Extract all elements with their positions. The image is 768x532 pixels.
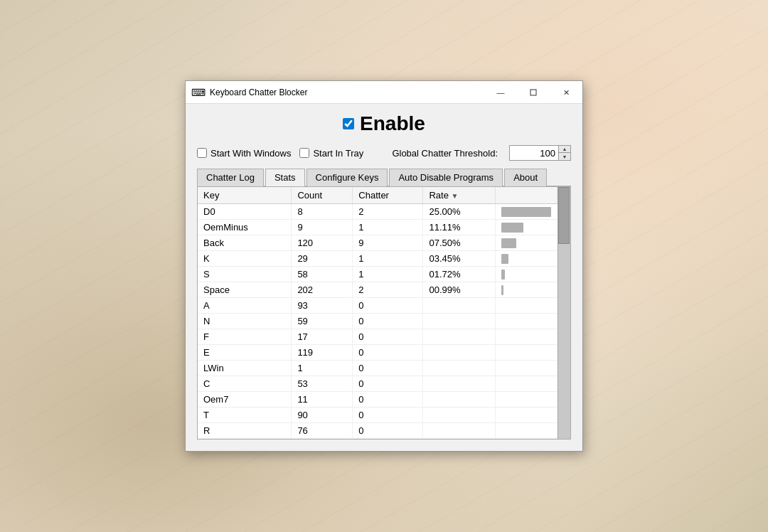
cell-rate bbox=[423, 329, 496, 345]
cell-chatter: 0 bbox=[353, 298, 423, 314]
cell-count: 8 bbox=[292, 204, 353, 220]
col-header-bar bbox=[496, 187, 558, 204]
cell-rate: 00.99% bbox=[423, 282, 496, 298]
maximize-button[interactable] bbox=[517, 81, 550, 104]
cell-bar bbox=[496, 204, 558, 220]
cell-rate bbox=[423, 314, 496, 329]
cell-bar bbox=[496, 329, 558, 345]
threshold-spinner: ▲ ▼ bbox=[559, 145, 571, 161]
cell-bar bbox=[496, 392, 558, 408]
table-header-row: Key Count Chatter Rate ▼ bbox=[198, 187, 558, 204]
threshold-decrement-button[interactable]: ▼ bbox=[559, 153, 570, 160]
threshold-increment-button[interactable]: ▲ bbox=[559, 146, 570, 153]
cell-count: 59 bbox=[292, 314, 353, 329]
cell-key: D0 bbox=[198, 204, 292, 220]
cell-rate: 01.72% bbox=[423, 267, 496, 282]
cell-rate: 03.45% bbox=[423, 251, 496, 267]
minimize-button[interactable]: — bbox=[484, 81, 517, 104]
tab-chatter-log[interactable]: Chatter Log bbox=[197, 169, 264, 186]
table-row: S58101.72% bbox=[198, 267, 558, 282]
threshold-input[interactable] bbox=[509, 145, 559, 161]
tab-about[interactable]: About bbox=[504, 169, 547, 186]
cell-key: T bbox=[198, 408, 292, 423]
cell-count: 90 bbox=[292, 408, 353, 423]
start-in-tray-checkbox[interactable] bbox=[299, 148, 309, 158]
scrollbar-track[interactable] bbox=[558, 187, 570, 439]
cell-chatter: 0 bbox=[353, 408, 423, 423]
stats-table-container: Key Count Chatter Rate ▼ D08225.00%OemMi… bbox=[197, 186, 571, 440]
tab-stats[interactable]: Stats bbox=[265, 169, 305, 186]
cell-key: Oem7 bbox=[198, 392, 292, 408]
cell-count: 1 bbox=[292, 361, 353, 376]
cell-chatter: 0 bbox=[353, 376, 423, 392]
cell-count: 29 bbox=[292, 251, 353, 267]
cell-key: N bbox=[198, 314, 292, 329]
table-row: OemMinus9111.11% bbox=[198, 220, 558, 235]
cell-key: C bbox=[198, 376, 292, 392]
cell-chatter: 2 bbox=[353, 282, 423, 298]
cell-key: E bbox=[198, 345, 292, 361]
scrollbar-thumb[interactable] bbox=[558, 187, 570, 244]
cell-key: OemMinus bbox=[198, 220, 292, 235]
table-row: R760 bbox=[198, 423, 558, 439]
cell-key: A bbox=[198, 298, 292, 314]
col-header-rate[interactable]: Rate ▼ bbox=[423, 187, 496, 204]
start-with-windows-label: Start With Windows bbox=[210, 148, 291, 159]
cell-chatter: 0 bbox=[353, 361, 423, 376]
cell-count: 202 bbox=[292, 282, 353, 298]
table-row: K29103.45% bbox=[198, 251, 558, 267]
col-header-count[interactable]: Count bbox=[292, 187, 353, 204]
app-window: ⌨ Keyboard Chatter Blocker — ✕ Enable St… bbox=[185, 80, 583, 452]
cell-key: Space bbox=[198, 282, 292, 298]
cell-bar bbox=[496, 376, 558, 392]
cell-key: K bbox=[198, 251, 292, 267]
cell-count: 9 bbox=[292, 220, 353, 235]
svg-rect-0 bbox=[530, 90, 536, 95]
table-inner[interactable]: Key Count Chatter Rate ▼ D08225.00%OemMi… bbox=[198, 187, 558, 439]
start-with-windows-option: Start With Windows bbox=[197, 148, 291, 159]
tab-auto-disable-programs[interactable]: Auto Disable Programs bbox=[389, 169, 503, 186]
cell-bar bbox=[496, 220, 558, 235]
cell-rate: 11.11% bbox=[423, 220, 496, 235]
cell-rate: 07.50% bbox=[423, 235, 496, 251]
cell-chatter: 1 bbox=[353, 220, 423, 235]
threshold-input-wrap: ▲ ▼ bbox=[509, 145, 571, 161]
cell-count: 17 bbox=[292, 329, 353, 345]
cell-count: 93 bbox=[292, 298, 353, 314]
col-header-key[interactable]: Key bbox=[198, 187, 292, 204]
stats-table: Key Count Chatter Rate ▼ D08225.00%OemMi… bbox=[198, 187, 558, 439]
cell-bar bbox=[496, 423, 558, 439]
cell-rate bbox=[423, 408, 496, 423]
tab-configure-keys[interactable]: Configure Keys bbox=[306, 169, 388, 186]
cell-bar bbox=[496, 298, 558, 314]
cell-bar bbox=[496, 267, 558, 282]
cell-key: F bbox=[198, 329, 292, 345]
cell-rate bbox=[423, 376, 496, 392]
tabs-row: Chatter Log Stats Configure Keys Auto Di… bbox=[197, 168, 571, 186]
col-header-chatter[interactable]: Chatter bbox=[353, 187, 423, 204]
cell-key: LWin bbox=[198, 361, 292, 376]
close-button[interactable]: ✕ bbox=[550, 81, 582, 104]
cell-rate bbox=[423, 345, 496, 361]
cell-chatter: 0 bbox=[353, 423, 423, 439]
enable-label: Enable bbox=[360, 112, 425, 135]
cell-chatter: 9 bbox=[353, 235, 423, 251]
cell-rate bbox=[423, 423, 496, 439]
cell-count: 53 bbox=[292, 376, 353, 392]
enable-checkbox[interactable] bbox=[343, 118, 354, 129]
cell-rate: 25.00% bbox=[423, 204, 496, 220]
cell-count: 11 bbox=[292, 392, 353, 408]
cell-chatter: 1 bbox=[353, 267, 423, 282]
table-row: Space202200.99% bbox=[198, 282, 558, 298]
table-row: LWin10 bbox=[198, 361, 558, 376]
cell-bar bbox=[496, 361, 558, 376]
cell-chatter: 0 bbox=[353, 345, 423, 361]
cell-bar bbox=[496, 251, 558, 267]
window-title: Keyboard Chatter Blocker bbox=[210, 87, 484, 97]
start-with-windows-checkbox[interactable] bbox=[197, 148, 207, 158]
cell-chatter: 0 bbox=[353, 392, 423, 408]
table-row: T900 bbox=[198, 408, 558, 423]
start-in-tray-label: Start In Tray bbox=[313, 148, 363, 159]
cell-count: 76 bbox=[292, 423, 353, 439]
table-row: Back120907.50% bbox=[198, 235, 558, 251]
